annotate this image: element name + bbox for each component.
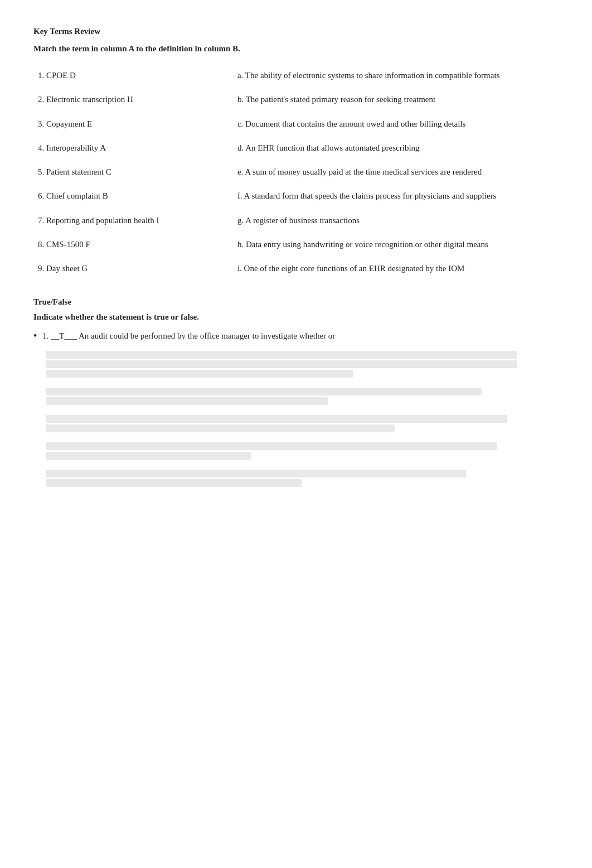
true-false-item-text: 1. __T___ An audit could be performed by…: [42, 330, 335, 343]
match-definition-col-b: d. An EHR function that allows automated…: [233, 136, 559, 160]
true-false-section: True/False Indicate whether the statemen…: [33, 297, 559, 486]
true-false-title: True/False: [33, 297, 559, 307]
match-term-col-a: 7. Reporting and population health I: [33, 209, 233, 233]
match-instruction: Match the term in column A to the defini…: [33, 44, 559, 54]
match-table-row: 2. Electronic transcription Hb. The pati…: [33, 88, 559, 112]
bullet-dot: •: [33, 330, 37, 343]
match-definition-col-b: g. A register of business transactions: [233, 209, 559, 233]
match-table-row: 5. Patient statement Ce. A sum of money …: [33, 160, 559, 184]
match-table-row: 6. Chief complaint Bf. A standard form t…: [33, 184, 559, 208]
blurred-group-5: [46, 470, 559, 487]
true-false-instruction: Indicate whether the statement is true o…: [33, 312, 559, 322]
match-table-row: 8. CMS-1500 Fh. Data entry using handwri…: [33, 233, 559, 257]
blurred-group-1: [46, 351, 559, 378]
match-table-row: 4. Interoperability Ad. An EHR function …: [33, 136, 559, 160]
match-term-col-a: 4. Interoperability A: [33, 136, 233, 160]
true-false-item-1: • 1. __T___ An audit could be performed …: [33, 330, 559, 343]
match-term-col-a: 1. CPOE D: [33, 64, 233, 88]
match-table-row: 7. Reporting and population health Ig. A…: [33, 209, 559, 233]
match-term-col-a: 8. CMS-1500 F: [33, 233, 233, 257]
blurred-content: [33, 351, 559, 487]
match-table: 1. CPOE Da. The ability of electronic sy…: [33, 64, 559, 281]
key-terms-title: Key Terms Review: [33, 27, 559, 36]
match-definition-col-b: f. A standard form that speeds the claim…: [233, 184, 559, 208]
match-definition-col-b: b. The patient's stated primary reason f…: [233, 88, 559, 112]
match-term-col-a: 6. Chief complaint B: [33, 184, 233, 208]
match-definition-col-b: a. The ability of electronic systems to …: [233, 64, 559, 88]
match-table-row: 3. Copayment Ec. Document that contains …: [33, 112, 559, 136]
match-table-row: 1. CPOE Da. The ability of electronic sy…: [33, 64, 559, 88]
match-table-row: 9. Day sheet Gi. One of the eight core f…: [33, 257, 559, 281]
match-term-col-a: 5. Patient statement C: [33, 160, 233, 184]
match-definition-col-b: h. Data entry using handwriting or voice…: [233, 233, 559, 257]
match-term-col-a: 9. Day sheet G: [33, 257, 233, 281]
key-terms-section: Key Terms Review Match the term in colum…: [33, 27, 559, 281]
blurred-group-3: [46, 415, 559, 432]
match-definition-col-b: i. One of the eight core functions of an…: [233, 257, 559, 281]
blurred-group-2: [46, 388, 559, 405]
match-definition-col-b: e. A sum of money usually paid at the ti…: [233, 160, 559, 184]
match-term-col-a: 2. Electronic transcription H: [33, 88, 233, 112]
match-term-col-a: 3. Copayment E: [33, 112, 233, 136]
blurred-group-4: [46, 442, 559, 460]
match-definition-col-b: c. Document that contains the amount owe…: [233, 112, 559, 136]
